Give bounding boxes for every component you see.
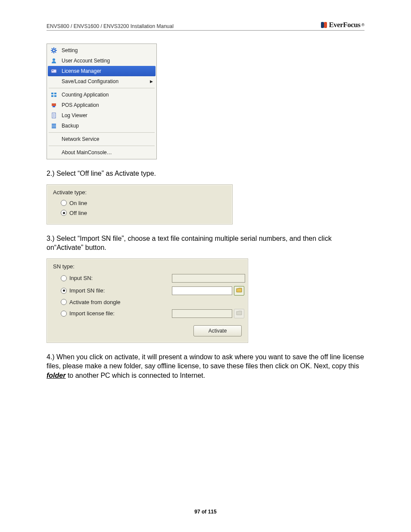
radio-label: On line xyxy=(69,200,87,206)
svg-rect-0 xyxy=(321,22,324,28)
radio-online[interactable]: On line xyxy=(53,198,226,208)
step4-em: folder xyxy=(47,372,65,379)
svg-line-9 xyxy=(55,48,56,49)
activate-type-panel: Activate type: On line Off line xyxy=(47,184,233,224)
svg-rect-15 xyxy=(54,93,56,94)
menu-separator xyxy=(49,88,155,88)
folder-icon xyxy=(236,310,242,317)
menu-item-label: Setting xyxy=(62,47,78,53)
menu-item-setting[interactable]: Setting xyxy=(48,45,156,56)
svg-rect-14 xyxy=(51,93,53,94)
svg-rect-13 xyxy=(52,70,53,71)
svg-rect-24 xyxy=(52,124,56,125)
radio-label: Input SN: xyxy=(69,275,93,281)
radio-icon xyxy=(61,288,67,294)
blank-icon xyxy=(50,149,57,156)
menu-item-label: POS Application xyxy=(62,102,99,108)
menu-item-user-account[interactable]: User Account Setting xyxy=(48,56,156,66)
log-icon xyxy=(50,112,57,119)
page-footer: 97 of 115 xyxy=(0,509,411,515)
radio-icon xyxy=(61,275,67,281)
step4-post: to another PC which is connected to Inte… xyxy=(65,372,205,379)
radio-icon xyxy=(61,311,67,317)
user-icon xyxy=(50,57,57,64)
radio-import-license-file[interactable]: Import license file: xyxy=(61,310,168,317)
everfocus-icon xyxy=(320,21,328,29)
svg-rect-26 xyxy=(52,127,56,128)
radio-icon xyxy=(61,200,67,206)
menu-item-label: Backup xyxy=(62,123,79,129)
radio-label: Off line xyxy=(69,210,87,216)
menu-item-counting-app[interactable]: Counting Application xyxy=(48,90,156,100)
svg-point-2 xyxy=(53,49,55,52)
registered-icon: ® xyxy=(361,23,364,27)
menu-item-network-service[interactable]: Network Service xyxy=(48,134,156,144)
svg-rect-16 xyxy=(51,95,53,97)
import-sn-file-field[interactable] xyxy=(172,286,232,295)
menu-item-log-viewer[interactable]: Log Viewer xyxy=(48,110,156,121)
license-icon xyxy=(50,68,57,75)
menu-item-label: About MainConsole… xyxy=(62,149,112,156)
step4-pre: 4.) When you click on activate, it will … xyxy=(47,353,364,370)
svg-rect-25 xyxy=(52,125,56,127)
page-header: ENVS800 / ENVS1600 / ENVS3200 Installati… xyxy=(47,21,364,31)
browse-sn-button[interactable] xyxy=(234,286,244,296)
brand-logo: EverFocus ® xyxy=(320,21,364,29)
step3-text: 3.) Select “Import SN file”, choose a te… xyxy=(47,234,364,252)
menu-item-label: Counting Application xyxy=(62,92,109,98)
blank-icon xyxy=(50,78,57,85)
submenu-arrow-icon: ▶ xyxy=(150,79,153,84)
import-license-file-field xyxy=(172,309,232,318)
menu-item-label: License Manager xyxy=(62,68,101,74)
svg-line-8 xyxy=(55,52,56,53)
menu-separator xyxy=(49,132,155,133)
menu-item-about[interactable]: About MainConsole… xyxy=(48,147,156,158)
gear-icon xyxy=(50,47,57,54)
radio-icon xyxy=(61,299,67,305)
backup-icon xyxy=(50,122,57,129)
activate-type-label: Activate type: xyxy=(53,189,226,196)
menu-item-license-manager[interactable]: License Manager xyxy=(48,66,156,76)
menu-item-backup[interactable]: Backup xyxy=(48,121,156,131)
folder-icon xyxy=(236,287,242,294)
menu-separator xyxy=(49,146,155,146)
menu-item-label: Save/Load Configuration xyxy=(62,78,118,84)
activate-button[interactable]: Activate xyxy=(193,325,242,336)
svg-line-10 xyxy=(52,52,53,53)
radio-import-sn-file[interactable]: Import SN file: xyxy=(61,287,168,294)
step2-text: 2.) Select “Off line” as Activate type. xyxy=(47,169,364,178)
sn-type-panel: SN type: Input SN: Import SN file: xyxy=(47,258,248,343)
svg-rect-17 xyxy=(54,95,56,97)
svg-rect-12 xyxy=(51,69,56,73)
menu-item-label: Network Service xyxy=(62,136,99,142)
menu-item-save-load[interactable]: Save/Load Configuration ▶ xyxy=(48,76,156,87)
pos-icon xyxy=(50,102,57,109)
svg-line-7 xyxy=(52,48,53,49)
radio-input-sn[interactable]: Input SN: xyxy=(61,275,168,281)
radio-icon xyxy=(61,210,67,216)
menu-item-label: Log Viewer xyxy=(62,112,87,118)
menu-item-label: User Account Setting xyxy=(62,58,110,64)
step4-text: 4.) When you click on activate, it will … xyxy=(47,352,364,380)
radio-offline[interactable]: Off line xyxy=(53,208,226,218)
context-menu: Setting User Account Setting License Man… xyxy=(47,44,157,159)
svg-rect-19 xyxy=(53,106,55,107)
radio-label: Import license file: xyxy=(69,310,115,317)
header-title: ENVS800 / ENVS1600 / ENVS3200 Installati… xyxy=(47,23,174,29)
radio-label: Import SN file: xyxy=(69,287,105,294)
menu-item-pos-app[interactable]: POS Application xyxy=(48,100,156,110)
brand-name: EverFocus xyxy=(329,21,360,29)
input-sn-field xyxy=(172,274,245,283)
svg-rect-18 xyxy=(52,103,56,106)
radio-activate-dongle[interactable]: Activate from dongle xyxy=(61,299,168,305)
svg-point-11 xyxy=(53,59,55,61)
svg-rect-1 xyxy=(324,22,327,28)
sn-type-label: SN type: xyxy=(53,263,242,270)
browse-license-button xyxy=(234,309,244,318)
counting-icon xyxy=(50,91,57,98)
radio-label: Activate from dongle xyxy=(69,299,121,305)
blank-icon xyxy=(50,136,57,143)
